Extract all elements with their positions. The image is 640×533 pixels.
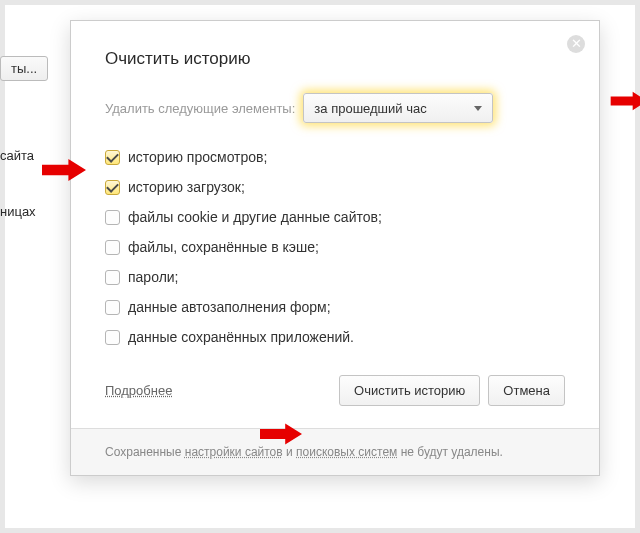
checkbox-row[interactable]: файлы, сохранённые в кэше; (105, 239, 565, 255)
svg-marker-1 (42, 159, 86, 181)
annotation-arrow-icon (610, 90, 640, 112)
search-engines-link[interactable]: поисковых систем (296, 445, 397, 459)
chevron-down-icon (474, 106, 482, 111)
svg-marker-0 (611, 92, 640, 110)
background-button[interactable]: ты... (0, 56, 48, 81)
checkbox[interactable] (105, 300, 120, 315)
annotation-arrow-icon (260, 420, 302, 448)
clear-history-button[interactable]: Очистить историю (339, 375, 480, 406)
checkbox-label: историю загрузок; (128, 179, 245, 195)
checkbox-row[interactable]: данные автозаполнения форм; (105, 299, 565, 315)
checkbox-label: историю просмотров; (128, 149, 267, 165)
dialog-footer-note: Сохраненные настройки сайтов и поисковых… (71, 428, 599, 475)
background-text: сайта (0, 148, 34, 163)
checkbox[interactable] (105, 330, 120, 345)
cancel-button[interactable]: Отмена (488, 375, 565, 406)
close-icon[interactable]: ✕ (567, 35, 585, 53)
checkbox-label: файлы cookie и другие данные сайтов; (128, 209, 382, 225)
details-link[interactable]: Подробнее (105, 383, 172, 398)
svg-marker-2 (260, 424, 302, 445)
checkbox-list: историю просмотров;историю загрузок;файл… (105, 149, 565, 345)
annotation-arrow-icon (42, 155, 86, 185)
checkbox[interactable] (105, 180, 120, 195)
checkbox[interactable] (105, 240, 120, 255)
dialog-title: Очистить историю (105, 49, 565, 69)
checkbox-label: данные сохранённых приложений. (128, 329, 354, 345)
checkbox[interactable] (105, 150, 120, 165)
checkbox-row[interactable]: данные сохранённых приложений. (105, 329, 565, 345)
checkbox-label: данные автозаполнения форм; (128, 299, 331, 315)
checkbox[interactable] (105, 270, 120, 285)
checkbox-label: файлы, сохранённые в кэше; (128, 239, 319, 255)
background-text: ницах (0, 204, 36, 219)
time-range-value: за прошедший час (314, 101, 474, 116)
time-range-select[interactable]: за прошедший час (303, 93, 493, 123)
checkbox-label: пароли; (128, 269, 179, 285)
clear-history-dialog: ✕ Очистить историю Удалить следующие эле… (70, 20, 600, 476)
checkbox-row[interactable]: историю просмотров; (105, 149, 565, 165)
checkbox-row[interactable]: историю загрузок; (105, 179, 565, 195)
checkbox-row[interactable]: пароли; (105, 269, 565, 285)
time-range-label: Удалить следующие элементы: (105, 101, 295, 116)
checkbox[interactable] (105, 210, 120, 225)
checkbox-row[interactable]: файлы cookie и другие данные сайтов; (105, 209, 565, 225)
